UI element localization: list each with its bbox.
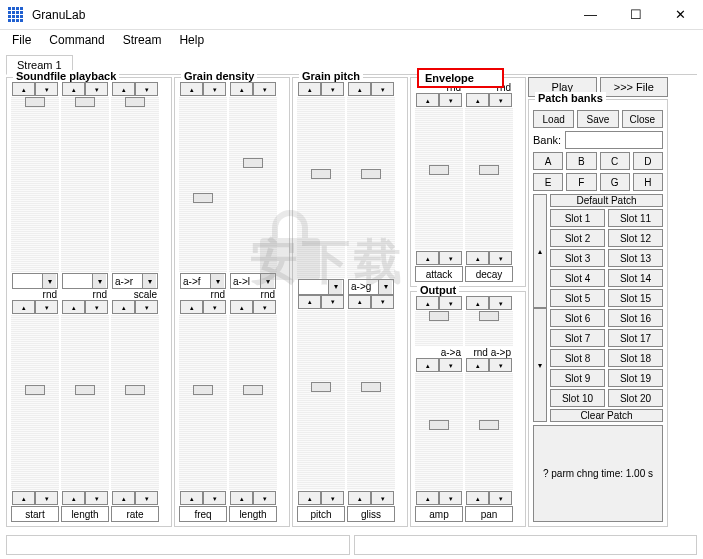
slot-12-button[interactable]: Slot 12 xyxy=(608,229,663,247)
slot-13-button[interactable]: Slot 13 xyxy=(608,249,663,267)
bank-d[interactable]: D xyxy=(633,152,663,170)
spin-rate-bot[interactable]: ▴▾ xyxy=(112,491,158,505)
scroll-down-button[interactable]: ▾ xyxy=(533,308,547,422)
parm-change-time[interactable]: ? parm chng time: 1.00 s xyxy=(533,425,663,522)
spin-length-bot[interactable]: ▴▾ xyxy=(62,491,108,505)
slot-17-button[interactable]: Slot 17 xyxy=(608,329,663,347)
spin-pitch-mid[interactable]: ▴▾ xyxy=(298,295,344,309)
slider-freq-upper[interactable] xyxy=(179,97,227,272)
bank-h[interactable]: H xyxy=(633,173,663,191)
file-button[interactable]: >>> File xyxy=(600,77,669,97)
spin-decay-top[interactable]: ▴▾ xyxy=(466,93,512,107)
spin-attack-bot[interactable]: ▴▾ xyxy=(416,251,462,265)
slider-amp-lower[interactable] xyxy=(415,373,463,490)
slot-7-button[interactable]: Slot 7 xyxy=(550,329,605,347)
slider-pan-lower[interactable] xyxy=(465,373,513,490)
spin-attack-top[interactable]: ▴▾ xyxy=(416,93,462,107)
slider-length-lower[interactable] xyxy=(61,315,109,490)
spin-amp-mid[interactable]: ▴▾ xyxy=(416,358,462,372)
bank-f[interactable]: F xyxy=(566,173,596,191)
spin-dlength-bot[interactable]: ▴▾ xyxy=(230,491,276,505)
slot-18-button[interactable]: Slot 18 xyxy=(608,349,663,367)
slider-dlength-lower[interactable] xyxy=(229,315,277,490)
slot-19-button[interactable]: Slot 19 xyxy=(608,369,663,387)
menu-file[interactable]: File xyxy=(4,31,39,49)
default-patch-button[interactable]: Default Patch xyxy=(550,194,663,207)
slot-11-button[interactable]: Slot 11 xyxy=(608,209,663,227)
minimize-button[interactable]: — xyxy=(568,0,613,30)
spin-gliss-mid[interactable]: ▴▾ xyxy=(348,295,394,309)
clear-patch-button[interactable]: Clear Patch xyxy=(550,409,663,422)
slider-gliss-upper[interactable] xyxy=(347,97,395,278)
slot-9-button[interactable]: Slot 9 xyxy=(550,369,605,387)
spin-pan-mid[interactable]: ▴▾ xyxy=(466,358,512,372)
spin-length-top[interactable]: ▴▾ xyxy=(62,82,108,96)
spin-pitch-top[interactable]: ▴▾ xyxy=(298,82,344,96)
slot-3-button[interactable]: Slot 3 xyxy=(550,249,605,267)
slot-4-button[interactable]: Slot 4 xyxy=(550,269,605,287)
slot-20-button[interactable]: Slot 20 xyxy=(608,389,663,407)
slider-pitch-lower[interactable] xyxy=(297,310,345,491)
bank-c[interactable]: C xyxy=(600,152,630,170)
spin-dlength-mid[interactable]: ▴▾ xyxy=(230,300,276,314)
bank-a[interactable]: A xyxy=(533,152,563,170)
combo-start-upper[interactable] xyxy=(12,273,58,289)
slot-10-button[interactable]: Slot 10 xyxy=(550,389,605,407)
slider-freq-lower[interactable] xyxy=(179,315,227,490)
slot-5-button[interactable]: Slot 5 xyxy=(550,289,605,307)
bank-input[interactable] xyxy=(565,131,663,149)
menu-help[interactable]: Help xyxy=(171,31,212,49)
slider-pan-upper[interactable] xyxy=(465,311,513,346)
combo-length-upper[interactable] xyxy=(62,273,108,289)
spin-pitch-bot[interactable]: ▴▾ xyxy=(298,491,344,505)
spin-gliss-top[interactable]: ▴▾ xyxy=(348,82,394,96)
spin-amp-bot[interactable]: ▴▾ xyxy=(416,491,462,505)
combo-gliss[interactable]: a->g xyxy=(348,279,394,295)
spin-gliss-bot[interactable]: ▴▾ xyxy=(348,491,394,505)
slot-8-button[interactable]: Slot 8 xyxy=(550,349,605,367)
slot-6-button[interactable]: Slot 6 xyxy=(550,309,605,327)
slot-1-button[interactable]: Slot 1 xyxy=(550,209,605,227)
spin-freq-mid[interactable]: ▴▾ xyxy=(180,300,226,314)
slider-attack[interactable] xyxy=(415,108,463,250)
spin-dlength-top[interactable]: ▴▾ xyxy=(230,82,276,96)
spin-amp-top[interactable]: ▴▾ xyxy=(416,296,462,310)
menu-stream[interactable]: Stream xyxy=(115,31,170,49)
combo-freq[interactable]: a->f xyxy=(180,273,226,289)
spin-length-mid[interactable]: ▴▾ xyxy=(62,300,108,314)
combo-rate-upper[interactable]: a->r xyxy=(112,273,158,289)
bank-b[interactable]: B xyxy=(566,152,596,170)
slot-16-button[interactable]: Slot 16 xyxy=(608,309,663,327)
bank-g[interactable]: G xyxy=(600,173,630,191)
slider-length-upper[interactable] xyxy=(61,97,109,272)
slider-rate-upper[interactable] xyxy=(111,97,159,272)
spin-start-mid[interactable]: ▴▾ xyxy=(12,300,58,314)
menu-command[interactable]: Command xyxy=(41,31,112,49)
spin-decay-bot[interactable]: ▴▾ xyxy=(466,251,512,265)
spin-freq-top[interactable]: ▴▾ xyxy=(180,82,226,96)
slider-dlength-upper[interactable] xyxy=(229,97,277,272)
slot-14-button[interactable]: Slot 14 xyxy=(608,269,663,287)
combo-pitch[interactable] xyxy=(298,279,344,295)
save-button[interactable]: Save xyxy=(577,110,618,128)
spin-start-bot[interactable]: ▴▾ xyxy=(12,491,58,505)
scroll-up-button[interactable]: ▴ xyxy=(533,194,547,308)
slider-pitch-upper[interactable] xyxy=(297,97,345,278)
slider-gliss-lower[interactable] xyxy=(347,310,395,491)
spin-start-top[interactable]: ▴▾ xyxy=(12,82,58,96)
slider-start-lower[interactable] xyxy=(11,315,59,490)
spin-pan-top[interactable]: ▴▾ xyxy=(466,296,512,310)
slider-decay[interactable] xyxy=(465,108,513,250)
spin-pan-bot[interactable]: ▴▾ xyxy=(466,491,512,505)
spin-freq-bot[interactable]: ▴▾ xyxy=(180,491,226,505)
bank-e[interactable]: E xyxy=(533,173,563,191)
slider-start-upper[interactable] xyxy=(11,97,59,272)
slot-2-button[interactable]: Slot 2 xyxy=(550,229,605,247)
slider-rate-lower[interactable] xyxy=(111,315,159,490)
combo-dlength[interactable]: a->l xyxy=(230,273,276,289)
slot-15-button[interactable]: Slot 15 xyxy=(608,289,663,307)
close-window-button[interactable]: ✕ xyxy=(658,0,703,30)
spin-rate-mid[interactable]: ▴▾ xyxy=(112,300,158,314)
maximize-button[interactable]: ☐ xyxy=(613,0,658,30)
spin-rate-top[interactable]: ▴▾ xyxy=(112,82,158,96)
